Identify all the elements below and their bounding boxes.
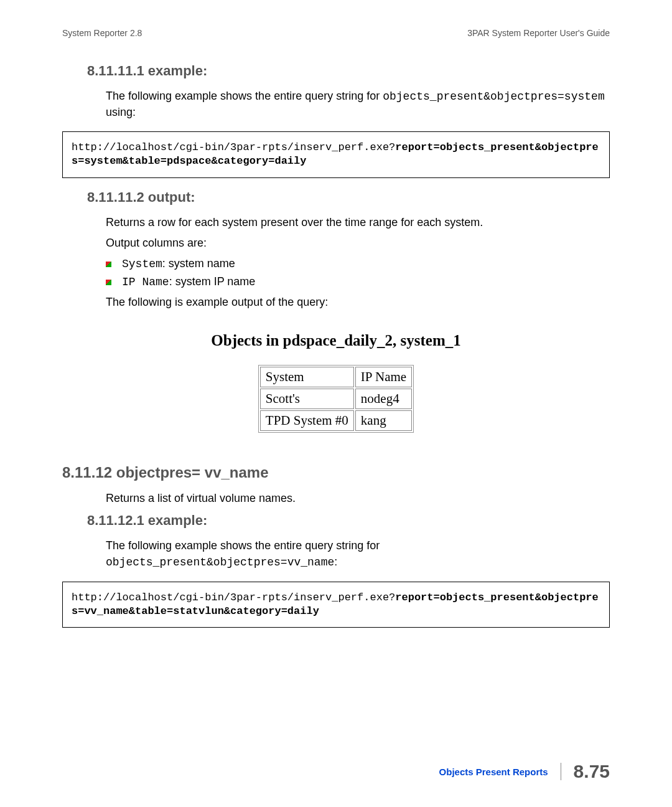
table-caption: Objects in pdspace_daily_2, system_1: [62, 332, 610, 349]
output-cols-intro: Output columns are:: [106, 235, 610, 251]
table-cell: TPD System #0: [260, 410, 354, 431]
footer-page-number: 8.75: [574, 761, 610, 782]
vvname-desc: Returns a list of virtual volume names.: [106, 491, 610, 506]
heading-example-2: 8.11.12.1 example:: [87, 512, 610, 529]
heading-output: 8.11.11.2 output:: [87, 189, 610, 205]
table-header-cell: System: [260, 367, 354, 387]
code-block-2: http://localhost/cgi-bin/3par-rpts/inser…: [62, 582, 610, 628]
table-row: System IP Name: [260, 367, 412, 387]
table-header-cell: IP Name: [355, 367, 412, 387]
list-item: IP Name: system IP name: [106, 275, 610, 288]
code-block-1: http://localhost/cgi-bin/3par-rpts/inser…: [62, 131, 610, 177]
header-right: 3PAR System Reporter User's Guide: [467, 28, 610, 38]
table-cell: kang: [355, 410, 412, 431]
example-2-intro: The following example shows the entire q…: [106, 538, 610, 570]
header-left: System Reporter 2.8: [62, 28, 142, 38]
heading-example-1: 8.11.11.1 example:: [87, 63, 610, 79]
output-desc: Returns a row for each system present ov…: [106, 215, 610, 230]
output-columns-list: System: system name IP Name: system IP n…: [106, 257, 610, 288]
heading-objectpres-vvname: 8.11.12 objectpres= vv_name: [62, 464, 610, 481]
footer-separator: [561, 763, 561, 780]
page-footer: Objects Present Reports 8.75: [439, 761, 610, 782]
table-cell: Scott's: [260, 389, 354, 409]
example-1-intro: The following example shows the entire q…: [106, 88, 610, 120]
table-row: TPD System #0 kang: [260, 410, 412, 431]
running-header: System Reporter 2.8 3PAR System Reporter…: [62, 28, 610, 38]
output-outro: The following is example output of the q…: [106, 295, 610, 310]
output-table: System IP Name Scott's nodeg4 TPD System…: [258, 365, 414, 433]
list-item: System: system name: [106, 257, 610, 270]
table-row: Scott's nodeg4: [260, 389, 412, 409]
table-cell: nodeg4: [355, 389, 412, 409]
footer-section-label: Objects Present Reports: [439, 767, 548, 777]
